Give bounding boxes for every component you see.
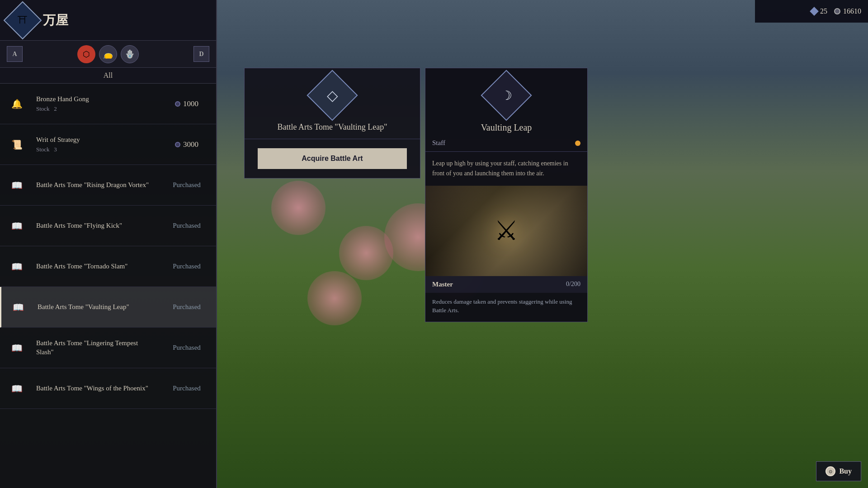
purchased-label: Purchased <box>173 263 201 270</box>
items-list[interactable]: 🔔 Bronze Hand Gong Stock 2 1000 📜 Writ o… <box>0 84 216 488</box>
skill-status-dot <box>575 141 580 146</box>
tab-tomes[interactable]: 🪬 <box>121 45 139 63</box>
item-info: Battle Arts Tome "Lingering Tempest Slas… <box>34 334 157 361</box>
purchased-label: Purchased <box>173 222 201 230</box>
diamond-value: 25 <box>820 7 827 15</box>
diamond-currency: 25 <box>811 7 827 15</box>
detail-icon-area: ◇ <box>245 68 420 118</box>
buy-icon: ⊙ <box>826 466 835 476</box>
price-value: 1000 <box>183 99 198 108</box>
shop-item-lingering-tempest-slash[interactable]: 📖 Battle Arts Tome "Lingering Tempest Sl… <box>0 328 216 368</box>
tome-icon: 📖 <box>7 175 27 195</box>
shop-logo: ⛩ <box>4 1 42 39</box>
tome-icon: 📖 <box>7 256 27 277</box>
item-icon-cell: 📖 <box>0 335 34 360</box>
item-icon-cell: 📖 <box>0 173 34 197</box>
tab-nav-right[interactable]: D <box>193 46 209 62</box>
writ-of-strategy-icon: 📜 <box>7 134 27 155</box>
shop-item-bronze-hand-gong[interactable]: 🔔 Bronze Hand Gong Stock 2 1000 <box>0 84 216 124</box>
detail-title: Battle Arts Tome "Vaulting Leap" <box>245 118 420 139</box>
cherry-tree-1 <box>271 181 326 235</box>
skill-detail-panel: ☽ Vaulting Leap Staff Leap up high by us… <box>425 68 588 322</box>
item-info: Writ of Strategy Stock 3 <box>34 131 157 158</box>
shop-item-vaulting-leap[interactable]: 📖 Battle Arts Tome "Vaulting Leap" Purch… <box>0 287 216 328</box>
skill-image: ⚔ <box>425 186 587 276</box>
coin-icon <box>834 8 840 14</box>
tab-tomes-icon: 🪬 <box>125 49 135 59</box>
coin-value: 16610 <box>843 7 861 15</box>
detail-diamond-icon: ◇ <box>307 70 358 121</box>
skill-action-figure: ⚔ <box>494 215 519 247</box>
tab-bar: A ⬡ 👝 🪬 D <box>0 41 216 68</box>
skill-description: Leap up high by using your staff, catchi… <box>425 152 587 186</box>
item-price-cell: Purchased <box>157 177 216 193</box>
item-icon-cell: 📖 <box>0 254 34 279</box>
item-price-cell: Purchased <box>157 299 216 315</box>
buy-button[interactable]: ⊙ Buy <box>816 461 861 481</box>
shop-title: 万屋 <box>43 12 68 29</box>
item-price-row: 3000 <box>175 140 198 149</box>
item-info: Battle Arts Tome "Wings of the Phoenix" <box>34 380 157 398</box>
skill-icon-area: ☽ <box>425 68 587 118</box>
cherry-tree-5 <box>307 271 362 325</box>
item-price-cell: Purchased <box>157 258 216 275</box>
purchased-label: Purchased <box>173 385 201 392</box>
coin-currency: 16610 <box>834 7 861 15</box>
item-price-cell: Purchased <box>157 217 216 234</box>
shop-item-flying-kick[interactable]: 📖 Battle Arts Tome "Flying Kick" Purchas… <box>0 206 216 246</box>
item-stock: Stock 3 <box>36 146 155 153</box>
tab-nav-left[interactable]: A <box>7 46 23 62</box>
shop-item-tornado-slam[interactable]: 📖 Battle Arts Tome "Tornado Slam" Purcha… <box>0 246 216 287</box>
shop-sidebar: ⛩ 万屋 A ⬡ 👝 🪬 D All 🔔 <box>0 0 217 488</box>
price-dot <box>175 142 180 147</box>
tome-icon: 📖 <box>7 378 27 399</box>
tome-icon: 📖 <box>7 338 27 358</box>
item-icon-cell: 📜 <box>0 132 34 157</box>
shop-item-writ-of-strategy[interactable]: 📜 Writ of Strategy Stock 3 3000 <box>0 124 216 165</box>
skill-master-row: Master 0/200 <box>425 276 587 293</box>
tab-all[interactable]: ⬡ <box>77 45 95 63</box>
item-name: Battle Arts Tome "Rising Dragon Vortex" <box>36 181 155 190</box>
purchased-label: Purchased <box>173 181 201 189</box>
tome-icon: 📖 <box>8 297 28 317</box>
item-info: Battle Arts Tome "Vaulting Leap" <box>35 298 157 316</box>
skill-master-progress: 0/200 <box>566 281 580 288</box>
item-price-cell: 3000 <box>157 136 216 154</box>
item-icon-cell: 🔔 <box>0 91 34 116</box>
price-dot <box>175 101 180 107</box>
skill-diamond-icon: ☽ <box>481 70 532 121</box>
skill-master-description: Reduces damage taken and prevents stagge… <box>425 293 587 322</box>
category-all-label: All <box>0 68 216 84</box>
tab-icons: ⬡ 👝 🪬 <box>77 45 139 63</box>
item-icon-cell: 📖 <box>0 376 34 401</box>
skill-diamond-inner: ☽ <box>501 88 512 103</box>
item-icon-cell: 📖 <box>1 295 35 319</box>
skill-subtitle: Staff <box>425 136 587 152</box>
item-name: Bronze Hand Gong <box>36 95 155 104</box>
purchased-label: Purchased <box>173 344 201 352</box>
item-price-row: 1000 <box>175 99 198 108</box>
shop-item-wings-of-phoenix[interactable]: 📖 Battle Arts Tome "Wings of the Phoenix… <box>0 368 216 409</box>
tab-consumables[interactable]: 👝 <box>99 45 117 63</box>
shop-logo-icon: ⛩ <box>18 14 28 26</box>
diamond-icon <box>810 7 819 16</box>
shop-item-rising-dragon-vortex[interactable]: 📖 Battle Arts Tome "Rising Dragon Vortex… <box>0 165 216 206</box>
item-stock: Stock 2 <box>36 105 155 113</box>
purchased-label: Purchased <box>173 303 201 311</box>
item-info: Bronze Hand Gong Stock 2 <box>34 90 157 117</box>
item-price-cell: 1000 <box>157 95 216 113</box>
skill-master-label: Master <box>432 281 453 288</box>
skill-type: Staff <box>432 139 445 147</box>
item-info: Battle Arts Tome "Tornado Slam" <box>34 258 157 276</box>
item-info: Battle Arts Tome "Flying Kick" <box>34 217 157 235</box>
item-icon-cell: 📖 <box>0 213 34 238</box>
item-price-cell: Purchased <box>157 380 216 397</box>
price-value: 3000 <box>183 140 198 149</box>
tab-consumables-icon: 👝 <box>103 49 113 59</box>
item-price-cell: Purchased <box>157 339 216 356</box>
item-name: Battle Arts Tome "Lingering Tempest Slas… <box>36 339 155 357</box>
acquire-battle-art-button[interactable]: Acquire Battle Art <box>258 148 407 169</box>
top-hud: 25 16610 <box>755 0 868 23</box>
shop-header: ⛩ 万屋 <box>0 0 216 41</box>
item-name: Battle Arts Tome "Tornado Slam" <box>36 262 155 271</box>
